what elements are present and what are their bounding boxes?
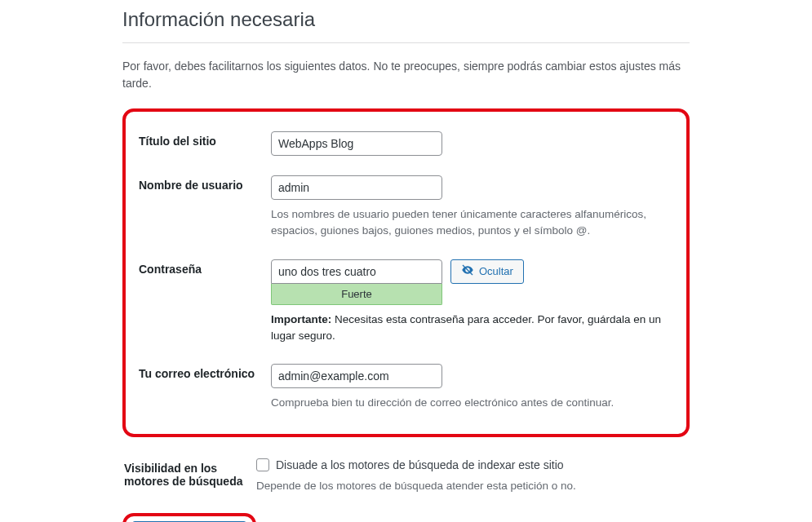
email-hint: Comprueba bien tu dirección de correo el… xyxy=(271,395,673,411)
eye-off-icon xyxy=(461,263,474,279)
visibility-hint: Depende de los motores de búsqueda atend… xyxy=(256,478,688,494)
site-title-input[interactable] xyxy=(271,131,442,156)
email-label: Tu correo electrónico xyxy=(139,357,269,422)
intro-text: Por favor, debes facilitarnos los siguie… xyxy=(122,58,690,92)
hide-password-button[interactable]: Ocultar xyxy=(450,259,524,284)
hide-password-label: Ocultar xyxy=(479,265,513,277)
divider xyxy=(122,42,690,43)
visibility-checkbox[interactable] xyxy=(256,458,269,471)
page-heading: Información necesaria xyxy=(122,8,690,31)
username-label: Nombre de usuario xyxy=(139,169,269,251)
form-highlight-box: Título del sitio Nombre de usuario Los n… xyxy=(122,108,690,437)
username-input[interactable] xyxy=(271,175,442,200)
password-important: Importante: Necesitas esta contraseña pa… xyxy=(271,312,673,345)
site-title-label: Título del sitio xyxy=(139,125,269,167)
visibility-checkbox-label: Disuade a los motores de búsqueda de ind… xyxy=(276,458,564,471)
password-important-label: Importante: xyxy=(271,313,331,325)
password-input[interactable] xyxy=(271,259,442,284)
submit-highlight-box: Instalar WordPress xyxy=(122,513,256,523)
email-input[interactable] xyxy=(271,364,442,388)
username-hint: Los nombres de usuario pueden tener únic… xyxy=(271,206,673,240)
password-label: Contraseña xyxy=(139,253,269,356)
visibility-label: Visibilidad en los motores de búsqueda xyxy=(124,452,255,506)
password-strength: Fuerte xyxy=(271,284,442,305)
